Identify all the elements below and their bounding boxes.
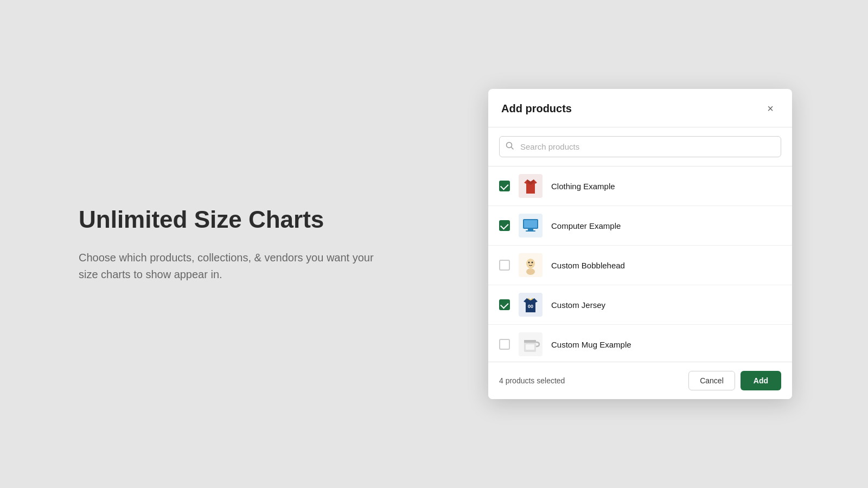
svg-rect-8 — [528, 229, 533, 230]
svg-rect-21 — [524, 340, 536, 343]
footer-buttons: Cancel Add — [688, 371, 781, 390]
product-list: Clothing Example Computer Example Custom… — [488, 166, 792, 362]
page-background: Unlimited Size Charts Choose which produ… — [0, 0, 868, 488]
svg-rect-22 — [526, 344, 534, 350]
search-input[interactable] — [499, 136, 781, 157]
product-item[interactable]: Custom Bobblehead — [488, 246, 792, 285]
product-item[interactable]: Computer Example — [488, 206, 792, 246]
product-name: Custom Bobblehead — [551, 261, 625, 270]
add-products-modal: Add products × — [488, 89, 792, 399]
hero-description: Choose which products, collections, & ve… — [79, 249, 393, 282]
product-item[interactable]: 00 Custom Jersey — [488, 285, 792, 325]
search-container — [488, 127, 792, 166]
svg-point-14 — [528, 262, 530, 264]
selected-count: 4 products selected — [499, 376, 565, 385]
checkbox-wrapper — [499, 181, 510, 191]
product-thumbnail — [519, 174, 542, 198]
checkbox-wrapper — [499, 260, 510, 271]
modal-overlay: Add products × — [488, 89, 792, 399]
modal-footer: 4 products selected Cancel Add — [488, 362, 792, 399]
svg-point-15 — [532, 262, 533, 264]
product-thumbnail: 00 — [519, 293, 542, 317]
product-name: Custom Jersey — [551, 300, 605, 310]
checkbox[interactable] — [499, 299, 510, 310]
checkbox[interactable] — [499, 260, 510, 271]
close-button[interactable]: × — [762, 100, 779, 117]
search-input-wrapper — [499, 136, 781, 157]
checkbox-wrapper — [499, 220, 510, 231]
product-thumbnail — [519, 214, 542, 237]
svg-rect-9 — [526, 230, 535, 232]
cancel-button[interactable]: Cancel — [688, 371, 735, 390]
add-button[interactable]: Add — [741, 371, 781, 390]
product-thumbnail — [519, 332, 542, 356]
checkbox[interactable] — [499, 220, 510, 231]
hero-title: Unlimited Size Charts — [79, 206, 393, 234]
product-name: Computer Example — [551, 221, 621, 230]
left-content: Unlimited Size Charts Choose which produ… — [79, 206, 393, 283]
checkbox[interactable] — [499, 181, 510, 191]
product-thumbnail — [519, 253, 542, 277]
modal-header: Add products × — [488, 89, 792, 127]
product-item[interactable]: Clothing Example — [488, 166, 792, 206]
product-name: Custom Mug Example — [551, 340, 631, 349]
svg-point-13 — [526, 259, 535, 268]
checkbox-wrapper — [499, 339, 510, 350]
checkbox-wrapper — [499, 299, 510, 310]
checkbox[interactable] — [499, 339, 510, 350]
svg-rect-7 — [524, 220, 537, 228]
product-item[interactable]: Custom Mug Example — [488, 325, 792, 362]
svg-text:00: 00 — [528, 304, 533, 309]
modal-title: Add products — [501, 102, 572, 115]
product-name: Clothing Example — [551, 182, 615, 191]
